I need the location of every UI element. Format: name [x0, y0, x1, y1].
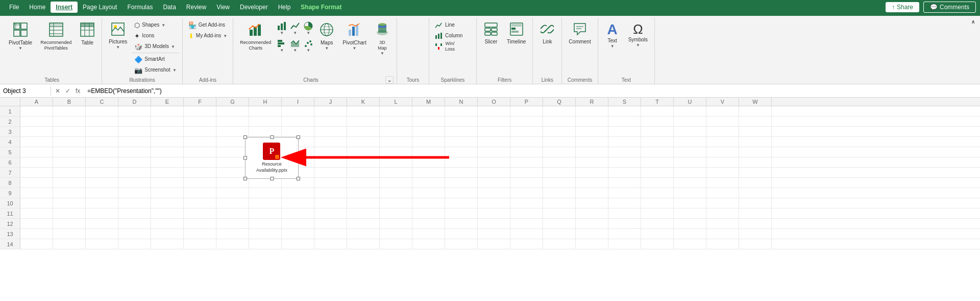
formula-input[interactable]: =EMBED("Presentation","")	[84, 86, 980, 96]
line-chart-button[interactable]: ▼	[289, 20, 301, 37]
cell-W4[interactable]	[739, 137, 772, 147]
cell-R10[interactable]	[576, 198, 608, 208]
cell-V2[interactable]	[706, 117, 739, 126]
cell-C7[interactable]	[86, 168, 118, 177]
cell-E11[interactable]	[151, 209, 184, 218]
cell-T10[interactable]	[641, 198, 674, 208]
cell-B11[interactable]	[53, 209, 86, 218]
cell-M4[interactable]	[412, 137, 445, 147]
handle-br[interactable]	[297, 177, 300, 180]
cell-P5[interactable]	[510, 147, 543, 157]
cell-H2[interactable]	[249, 117, 282, 126]
cell-U10[interactable]	[674, 198, 706, 208]
cell-E9[interactable]	[151, 188, 184, 198]
cell-Q14[interactable]	[543, 239, 576, 249]
cell-U3[interactable]	[674, 127, 706, 136]
cell-F12[interactable]	[184, 219, 216, 228]
cell-A1[interactable]	[20, 106, 53, 116]
cell-O10[interactable]	[478, 198, 510, 208]
cell-T8[interactable]	[641, 178, 674, 188]
cell-L8[interactable]	[380, 178, 412, 188]
cell-L14[interactable]	[380, 239, 412, 249]
cell-L3[interactable]	[380, 127, 412, 136]
cell-Q13[interactable]	[543, 229, 576, 239]
cell-V13[interactable]	[706, 229, 739, 239]
cell-J12[interactable]	[314, 219, 347, 228]
name-box[interactable]: Object 3	[0, 86, 51, 96]
text-button[interactable]: A Text ▼	[601, 20, 624, 50]
cell-B2[interactable]	[53, 117, 86, 126]
embedded-pptx-object[interactable]: P Resource Availability.pptx	[245, 137, 299, 179]
cell-P14[interactable]	[510, 239, 543, 249]
pie-chart-button[interactable]: ▼	[302, 20, 314, 37]
cell-F1[interactable]	[184, 106, 216, 116]
col-V[interactable]: V	[706, 98, 739, 106]
cell-D4[interactable]	[118, 137, 151, 147]
cell-F8[interactable]	[184, 178, 216, 188]
cell-T9[interactable]	[641, 188, 674, 198]
cell-O4[interactable]	[478, 137, 510, 147]
icons-button[interactable]: ✦ Icons	[132, 31, 179, 41]
cell-M9[interactable]	[412, 188, 445, 198]
cell-S11[interactable]	[608, 209, 641, 218]
row-header-13[interactable]: 13	[0, 229, 20, 239]
cell-O7[interactable]	[478, 168, 510, 177]
cell-D12[interactable]	[118, 219, 151, 228]
cell-U7[interactable]	[674, 168, 706, 177]
formula-cancel-button[interactable]: ✕	[53, 86, 62, 96]
cell-G7[interactable]	[216, 168, 249, 177]
cell-R13[interactable]	[576, 229, 608, 239]
col-A[interactable]: A	[20, 98, 53, 106]
column-chart-button[interactable]: ▼	[276, 20, 288, 37]
cell-N1[interactable]	[445, 106, 478, 116]
cell-E5[interactable]	[151, 147, 184, 157]
recommended-pivot-button[interactable]: Recommended PivotTables	[37, 20, 75, 50]
cell-U9[interactable]	[674, 188, 706, 198]
col-T[interactable]: T	[641, 98, 674, 106]
cell-W5[interactable]	[739, 147, 772, 157]
cell-T7[interactable]	[641, 168, 674, 177]
cell-U6[interactable]	[674, 157, 706, 167]
cell-K1[interactable]	[347, 106, 380, 116]
row-header-9[interactable]: 9	[0, 188, 20, 198]
row-header-4[interactable]: 4	[0, 137, 20, 147]
menu-developer[interactable]: Developer	[235, 2, 273, 13]
cell-W12[interactable]	[739, 219, 772, 228]
cell-N7[interactable]	[445, 168, 478, 177]
cell-N14[interactable]	[445, 239, 478, 249]
cell-Q11[interactable]	[543, 209, 576, 218]
cell-S13[interactable]	[608, 229, 641, 239]
cell-A6[interactable]	[20, 157, 53, 167]
cell-P11[interactable]	[510, 209, 543, 218]
cell-B8[interactable]	[53, 178, 86, 188]
cell-C3[interactable]	[86, 127, 118, 136]
cell-G12[interactable]	[216, 219, 249, 228]
formula-insert-fn-button[interactable]: fx	[74, 86, 82, 96]
menu-formulas[interactable]: Formulas	[122, 2, 158, 13]
cell-I12[interactable]	[282, 219, 314, 228]
cell-F5[interactable]	[184, 147, 216, 157]
pictures-button[interactable]: Pictures ▼	[105, 20, 131, 50]
cell-A4[interactable]	[20, 137, 53, 147]
cell-F10[interactable]	[184, 198, 216, 208]
cell-I1[interactable]	[282, 106, 314, 116]
row-header-12[interactable]: 12	[0, 219, 20, 228]
menu-help[interactable]: Help	[273, 2, 296, 13]
cell-P8[interactable]	[510, 178, 543, 188]
cell-A11[interactable]	[20, 209, 53, 218]
get-addins-button[interactable]: 🏪 Get Add-ins	[186, 20, 230, 30]
cell-J8[interactable]	[314, 178, 347, 188]
cell-J1[interactable]	[314, 106, 347, 116]
row-header-3[interactable]: 3	[0, 127, 20, 136]
menu-file[interactable]: File	[4, 2, 24, 13]
cell-M7[interactable]	[412, 168, 445, 177]
symbols-button[interactable]: Ω Symbols ▼	[625, 20, 651, 50]
handle-tl[interactable]	[243, 135, 247, 139]
cell-I10[interactable]	[282, 198, 314, 208]
cell-C11[interactable]	[86, 209, 118, 218]
cell-L2[interactable]	[380, 117, 412, 126]
cell-V5[interactable]	[706, 147, 739, 157]
cell-B1[interactable]	[53, 106, 86, 116]
cell-K9[interactable]	[347, 188, 380, 198]
menu-review[interactable]: Review	[181, 2, 211, 13]
